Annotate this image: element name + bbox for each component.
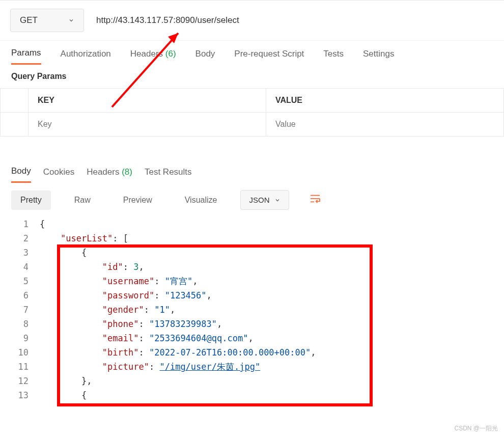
chevron-down-icon [68, 17, 74, 23]
line-numbers: 1 2 3 4 5 6 7 8 9 10 11 12 13 [11, 217, 36, 402]
table-header-row: KEY VALUE [1, 89, 504, 113]
resp-tab-test-results[interactable]: Test Results [145, 167, 192, 182]
tab-tests[interactable]: Tests [323, 49, 344, 64]
resp-headers-count: (8) [122, 167, 132, 177]
key-header: KEY [29, 89, 266, 113]
value-header: VALUE [266, 89, 504, 113]
url-input[interactable] [92, 11, 494, 30]
tab-settings[interactable]: Settings [363, 49, 394, 64]
key-input[interactable] [38, 120, 257, 129]
request-tabs: Params Authorization Headers (6) Body Pr… [0, 41, 504, 65]
resp-tab-headers[interactable]: Headers (8) [87, 167, 132, 182]
value-input[interactable] [275, 120, 494, 129]
view-pretty[interactable]: Pretty [11, 190, 51, 210]
resp-headers-label: Headers [87, 167, 119, 177]
tab-headers[interactable]: Headers (6) [130, 49, 176, 64]
wrap-lines-icon[interactable] [303, 190, 327, 210]
view-toolbar: Pretty Raw Preview Visualize JSON [0, 183, 504, 217]
view-raw[interactable]: Raw [65, 190, 100, 210]
table-row [1, 113, 504, 136]
response-tabs: Body Cookies Headers (8) Test Results [0, 162, 504, 183]
resp-tab-cookies[interactable]: Cookies [43, 167, 74, 182]
method-text: GET [20, 15, 38, 25]
tab-body[interactable]: Body [195, 49, 215, 64]
code-content[interactable]: { "userList": [ { "id": 3, "username": "… [36, 217, 316, 402]
query-params-table: KEY VALUE [0, 88, 504, 136]
watermark: CSDN @一阳光 [454, 424, 498, 433]
format-label: JSON [249, 196, 269, 204]
code-area: 1 2 3 4 5 6 7 8 9 10 11 12 13 { "userLis… [0, 217, 504, 402]
format-select[interactable]: JSON [240, 190, 289, 210]
request-row: GET [0, 1, 504, 41]
tab-authorization[interactable]: Authorization [61, 49, 111, 64]
chevron-down-icon [274, 197, 281, 203]
checkbox-header [1, 89, 29, 113]
tab-params[interactable]: Params [11, 48, 41, 65]
row-checkbox-cell[interactable] [1, 113, 29, 136]
tab-headers-label: Headers [130, 49, 163, 59]
tab-pre-request[interactable]: Pre-request Script [234, 49, 304, 64]
headers-count: (6) [165, 49, 176, 59]
method-select[interactable]: GET [10, 9, 84, 32]
view-visualize[interactable]: Visualize [176, 190, 227, 210]
view-preview[interactable]: Preview [114, 190, 161, 210]
resp-tab-body[interactable]: Body [11, 166, 31, 183]
query-params-title: Query Params [0, 65, 504, 88]
